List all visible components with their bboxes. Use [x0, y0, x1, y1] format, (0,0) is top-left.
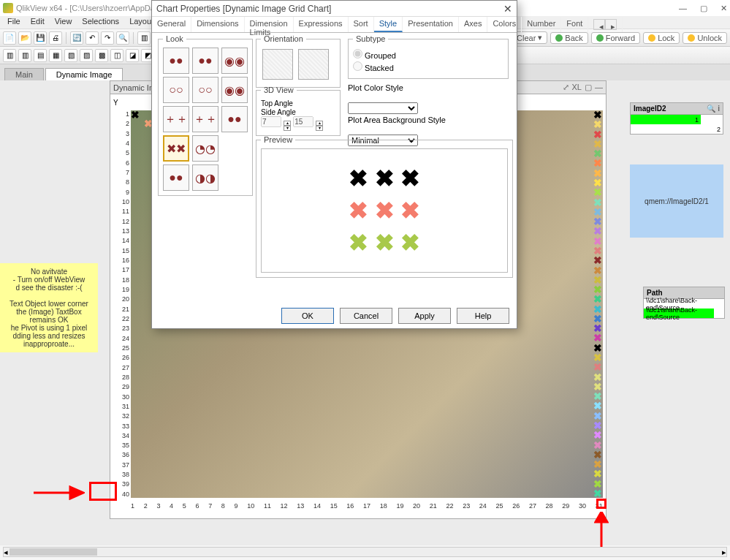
chart-min-icon[interactable]: —	[595, 83, 603, 92]
scroll-right-icon[interactable]: ▸	[722, 548, 726, 557]
tb2-f-icon[interactable]: ▨	[80, 49, 93, 62]
look-option[interactable]: ◉◉	[221, 77, 248, 103]
unlock-button[interactable]: Unlock	[683, 32, 727, 44]
ok-button[interactable]: OK	[281, 308, 334, 324]
look-option[interactable]: ●●	[163, 48, 189, 74]
select-plot-color[interactable]	[348, 102, 418, 114]
tab-expressions[interactable]: Expressions	[294, 17, 349, 32]
look-option[interactable]: ◉◉	[221, 48, 248, 74]
tb-new-icon[interactable]: 📄	[3, 31, 16, 45]
tab-dynamic-image[interactable]: Dynamic Image	[45, 68, 123, 80]
group-subtype: Subtype Grouped Stacked	[348, 34, 509, 79]
tab-dimensions[interactable]: Dimensions	[191, 17, 244, 32]
chart-max-icon[interactable]: ▢	[585, 83, 592, 92]
listbox-path[interactable]: Path \\dc1\share\Back-end\Source \\dc1\s…	[643, 287, 725, 319]
tab-main[interactable]: Main	[4, 68, 44, 80]
orientation-horizontal[interactable]	[298, 49, 329, 80]
look-option[interactable]: ◑◑	[192, 164, 218, 191]
look-option[interactable]: ○○	[192, 77, 218, 103]
chart-detach-icon[interactable]: ⤢	[563, 83, 569, 92]
tb2-h-icon[interactable]: ◫	[110, 49, 123, 62]
list-item[interactable]: \\dc1\share\Back-end\Source	[644, 309, 714, 318]
tab-general[interactable]: General	[152, 17, 191, 32]
y-axis-label: Y	[113, 99, 118, 107]
list-item[interactable]: 2	[631, 124, 723, 134]
close-icon[interactable]: ✕	[721, 4, 727, 13]
tb-redo-icon[interactable]: ↷	[101, 31, 114, 45]
look-option[interactable]: ●●	[192, 48, 218, 74]
chart-xl-icon[interactable]: XL	[572, 83, 582, 92]
tb2-e-icon[interactable]: ▧	[64, 49, 77, 62]
spin-down-icon[interactable]: ▾	[284, 126, 291, 131]
dialog-close-icon[interactable]: ✕	[503, 3, 512, 15]
tab-sort[interactable]: Sort	[349, 17, 374, 32]
tab-scroll-right-icon[interactable]: ▸	[605, 19, 617, 30]
annotation-arrow-up	[594, 512, 609, 548]
apply-button[interactable]: Apply	[398, 308, 451, 324]
top-angle-input	[261, 116, 281, 127]
look-option[interactable]: ◔◔	[192, 135, 218, 162]
look-option[interactable]: ●●	[163, 164, 189, 191]
tb-save-icon[interactable]: 💾	[34, 31, 47, 45]
minimize-icon[interactable]: —	[679, 4, 687, 13]
help-button[interactable]: Help	[457, 308, 509, 324]
tb-print-icon[interactable]: 🖨	[49, 31, 62, 45]
lock-button[interactable]: Lock	[643, 32, 680, 44]
tab-presentation[interactable]: Presentation	[403, 17, 459, 32]
back-icon	[555, 34, 563, 42]
look-option[interactable]: ＋＋	[163, 106, 189, 132]
tb2-b-icon[interactable]: ▥	[18, 49, 31, 62]
tb-search-icon[interactable]: 🔍	[116, 31, 129, 45]
look-option-selected[interactable]: ✖✖	[163, 135, 189, 162]
tb-reload-icon[interactable]: 🔄	[70, 31, 83, 45]
listbox-title: Path	[647, 289, 663, 297]
tb2-i-icon[interactable]: ◪	[126, 49, 139, 62]
textbox-qmem: qmem://ImageID2/1	[630, 164, 723, 238]
tb2-g-icon[interactable]: ▩	[95, 49, 108, 62]
radio-grouped	[353, 49, 362, 58]
menu-file[interactable]: File	[3, 16, 25, 29]
dialog-titlebar[interactable]: Chart Properties [Dynamic Image Grid Cha…	[152, 1, 517, 17]
window-controls: — ▢ ✕	[679, 4, 727, 13]
tb2-c-icon[interactable]: ▤	[34, 49, 47, 62]
menu-view[interactable]: View	[50, 16, 77, 29]
look-option[interactable]: ●●	[221, 106, 248, 132]
tb2-d-icon[interactable]: ▦	[49, 49, 62, 62]
tb2-a-icon[interactable]: ▥	[3, 49, 16, 62]
tab-axes[interactable]: Axes	[459, 17, 487, 32]
spin-down-icon[interactable]: ▾	[316, 126, 323, 131]
spin-up-icon[interactable]: ▴	[316, 121, 323, 126]
look-option[interactable]: ＋＋	[192, 106, 218, 132]
listbox-imageid2[interactable]: ImageID2🔍 i 1 2	[630, 102, 723, 135]
menu-edit[interactable]: Edit	[26, 16, 49, 29]
tab-colors[interactable]: Colors	[487, 17, 522, 32]
horizontal-scrollbar[interactable]: ◂ ▸	[3, 547, 727, 557]
forward-button[interactable]: Forward	[591, 32, 640, 44]
look-option[interactable]: ○○	[163, 77, 189, 103]
maximize-icon[interactable]: ▢	[700, 4, 707, 13]
list-item[interactable]: 1	[631, 115, 701, 124]
menu-selections[interactable]: Selections	[77, 16, 123, 29]
search-icon[interactable]: 🔍 i	[707, 105, 720, 113]
tab-scroll-left-icon[interactable]: ◂	[593, 19, 605, 30]
annotation-box-bl	[89, 482, 117, 501]
tb-undo-icon[interactable]: ↶	[85, 31, 99, 45]
tab-font[interactable]: Font	[561, 17, 588, 32]
sticky-note: No avitvate - Turn on/off WebView d see …	[0, 263, 98, 352]
annotation-arrow-left	[34, 485, 85, 500]
back-button[interactable]: Back	[550, 32, 588, 44]
spin-up-icon[interactable]: ▴	[284, 121, 291, 126]
dialog-chart-properties: Chart Properties [Dynamic Image Grid Cha…	[151, 0, 517, 329]
scroll-left-icon[interactable]: ◂	[4, 548, 8, 557]
group-look: Look ●● ●● ◉◉ ○○ ○○ ◉◉ ＋＋ ＋＋ ●● ✖✖ ◔◔ ●●…	[158, 34, 253, 196]
cancel-button[interactable]: Cancel	[340, 308, 392, 324]
tb-open-icon[interactable]: 📂	[18, 31, 31, 45]
tb-chart-icon[interactable]: ▥	[137, 31, 151, 45]
orientation-vertical[interactable]	[262, 49, 293, 80]
forward-icon	[596, 34, 604, 42]
tab-style[interactable]: Style	[374, 17, 403, 32]
tab-dimension-limits[interactable]: Dimension Limits	[245, 17, 294, 32]
y-axis-ticks: 1234567891011121314151617181920212223242…	[113, 110, 129, 498]
tab-number[interactable]: Number	[522, 17, 561, 32]
scroll-thumb[interactable]	[9, 548, 97, 556]
